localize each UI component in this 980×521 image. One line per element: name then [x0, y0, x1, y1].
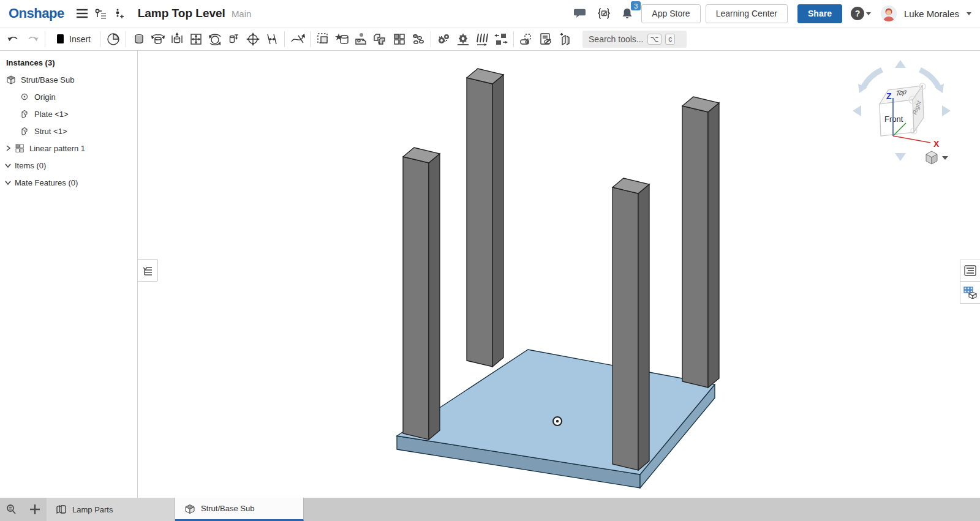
circular-pattern-icon[interactable] — [409, 30, 428, 48]
tree-section-items[interactable]: Items (0) — [0, 157, 137, 174]
feedback-code-check-icon[interactable] — [595, 4, 613, 23]
versions-history-icon[interactable] — [91, 4, 110, 23]
document-title: Lamp Top Level — [138, 7, 225, 20]
chevron-down-icon[interactable] — [2, 179, 13, 186]
revolute-mate-icon[interactable] — [148, 30, 167, 48]
view-cube-front-label[interactable]: Front — [884, 114, 903, 124]
view-cube-widget[interactable]: Top Front Right Z X — [853, 60, 951, 164]
learning-center-button[interactable]: Learning Center — [706, 4, 788, 23]
axis-z-label: Z — [886, 91, 892, 101]
linear-pattern-icon — [13, 143, 26, 153]
part-icon — [18, 108, 31, 119]
tree-item-linear-pattern[interactable]: Linear pattern 1 — [0, 140, 137, 157]
user-avatar[interactable] — [881, 6, 897, 21]
tangent-mate-icon[interactable] — [288, 30, 307, 48]
user-name[interactable]: Luke Morales — [904, 9, 959, 19]
tree-item-assembly-root[interactable]: Strut/Base Sub — [0, 71, 137, 88]
assembly-toolbar: Insert — [0, 28, 980, 51]
feature-list-toggle-button[interactable] — [138, 259, 158, 282]
strut-instance-3[interactable] — [612, 178, 649, 470]
pin-slot-mate-icon[interactable] — [224, 30, 243, 48]
gear-relation-icon[interactable] — [453, 30, 472, 48]
tree-item-plate[interactable]: Plate <1> — [0, 105, 137, 122]
axis-x-label: X — [933, 139, 940, 149]
replicate-icon[interactable] — [352, 30, 371, 48]
exploded-view-icon[interactable] — [517, 30, 536, 48]
tab-label: Lamp Parts — [72, 505, 113, 514]
instances-header: Instances (3) — [0, 51, 137, 71]
create-version-icon[interactable] — [110, 4, 128, 23]
tree-section-mate-features[interactable]: Mate Features (0) — [0, 174, 137, 191]
help-menu[interactable]: ? — [851, 7, 871, 20]
shortcut-key-c: c — [665, 34, 675, 45]
configuration-panel-icon[interactable] — [960, 260, 980, 282]
add-tab-icon[interactable] — [23, 498, 47, 521]
slider-mate-icon[interactable] — [167, 30, 186, 48]
cylindrical-mate-icon[interactable] — [243, 30, 262, 48]
mate-connector-icon[interactable] — [333, 30, 352, 48]
display-states-icon[interactable] — [536, 30, 555, 48]
mate-relations-icon[interactable] — [434, 30, 453, 48]
view-mode-caret-icon — [942, 156, 948, 160]
insert-button[interactable]: Insert — [48, 30, 97, 48]
part-icon — [18, 126, 31, 137]
rack-pinion-relation-icon[interactable] — [472, 30, 491, 48]
tree-item-label: Linear pattern 1 — [29, 144, 85, 153]
mate-icon[interactable] — [104, 30, 123, 48]
assembly-icon — [5, 74, 17, 85]
origin-marker[interactable] — [553, 417, 562, 425]
chevron-right-icon[interactable] — [2, 144, 13, 152]
ball-mate-icon[interactable] — [205, 30, 224, 48]
strut-instance-4[interactable] — [682, 97, 719, 388]
tree-section-label: Items (0) — [15, 161, 46, 170]
onshape-logo[interactable]: Onshape — [9, 6, 64, 21]
tree-item-label: Origin — [34, 92, 56, 102]
notification-count-badge: 3 — [631, 1, 641, 10]
help-icon[interactable]: ? — [851, 7, 864, 20]
app-store-button[interactable]: App Store — [641, 4, 700, 23]
tab-search-icon[interactable] — [0, 498, 23, 521]
tree-item-label: Plate <1> — [34, 110, 69, 119]
parallel-mate-icon[interactable] — [262, 30, 281, 48]
app-header: Onshape Lamp Top Level Main 3 App Store … — [0, 0, 980, 28]
help-caret-icon — [866, 12, 871, 15]
chevron-down-icon[interactable] — [2, 162, 13, 169]
undo-icon[interactable] — [4, 30, 23, 48]
comments-icon[interactable] — [571, 4, 590, 23]
right-panel-buttons — [960, 260, 980, 304]
part-studio-icon — [55, 503, 67, 515]
insert-label: Insert — [69, 34, 91, 44]
tree-section-label: Mate Features (0) — [15, 178, 78, 187]
tab-lamp-parts[interactable]: Lamp Parts — [47, 498, 175, 521]
view-mode-dropdown[interactable] — [926, 151, 948, 164]
bom-table-icon[interactable] — [960, 282, 980, 304]
linear-pattern-icon[interactable] — [390, 30, 409, 48]
origin-icon — [18, 92, 31, 101]
graphics-viewport[interactable]: Top Front Right Z X — [138, 51, 980, 498]
search-tools-placeholder: Search tools... — [589, 34, 644, 44]
tree-item-label: Strut/Base Sub — [21, 75, 74, 84]
search-tools-input[interactable]: Search tools... ⌥ c — [582, 31, 687, 48]
planar-mate-icon[interactable] — [186, 30, 205, 48]
assembly-icon — [184, 503, 196, 515]
strut-instance-1[interactable] — [403, 148, 440, 440]
3d-model-canvas[interactable]: Top Front Right Z X — [138, 51, 980, 498]
configurations-icon[interactable] — [555, 30, 574, 48]
redo-icon[interactable] — [23, 30, 42, 48]
share-button[interactable]: Share — [797, 4, 842, 23]
user-menu-caret-icon[interactable] — [967, 12, 971, 15]
in-context-icon[interactable] — [371, 30, 390, 48]
strut-instance-2[interactable] — [467, 69, 503, 367]
tab-label: Strut/Base Sub — [201, 504, 254, 513]
fastened-mate-icon[interactable] — [129, 30, 148, 48]
screw-relation-icon[interactable] — [491, 30, 510, 48]
main-menu-icon[interactable] — [73, 4, 91, 23]
document-tab-bar: Lamp Parts Strut/Base Sub — [0, 498, 980, 521]
notifications-bell-icon[interactable]: 3 — [618, 4, 636, 23]
tab-strut-base-sub[interactable]: Strut/Base Sub — [175, 498, 304, 521]
group-icon[interactable] — [314, 30, 333, 48]
tree-item-strut[interactable]: Strut <1> — [0, 122, 137, 140]
tree-item-origin[interactable]: Origin — [0, 88, 137, 105]
instances-panel: Instances (3) Strut/Base Sub Origin Plat… — [0, 51, 138, 498]
workspace-name[interactable]: Main — [232, 9, 252, 19]
